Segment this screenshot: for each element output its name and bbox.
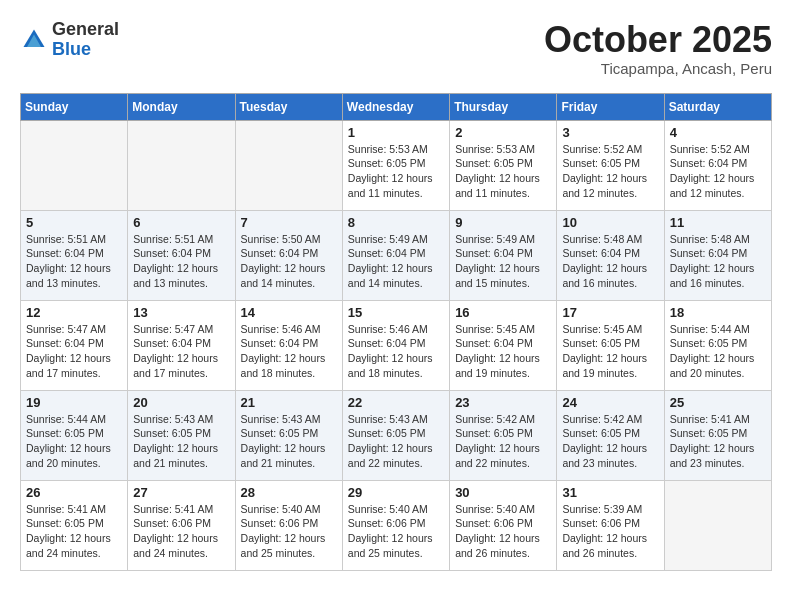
day-cell: 21Sunrise: 5:43 AM Sunset: 6:05 PM Dayli…: [235, 390, 342, 480]
day-number: 19: [26, 395, 122, 410]
day-cell: [128, 120, 235, 210]
day-number: 6: [133, 215, 229, 230]
logo-icon: [20, 26, 48, 54]
day-cell: 15Sunrise: 5:46 AM Sunset: 6:04 PM Dayli…: [342, 300, 449, 390]
day-cell: 24Sunrise: 5:42 AM Sunset: 6:05 PM Dayli…: [557, 390, 664, 480]
day-info: Sunrise: 5:39 AM Sunset: 6:06 PM Dayligh…: [562, 502, 658, 561]
logo-text: General Blue: [52, 20, 119, 60]
day-cell: 25Sunrise: 5:41 AM Sunset: 6:05 PM Dayli…: [664, 390, 771, 480]
day-cell: [664, 480, 771, 570]
week-row-1: 1Sunrise: 5:53 AM Sunset: 6:05 PM Daylig…: [21, 120, 772, 210]
day-info: Sunrise: 5:40 AM Sunset: 6:06 PM Dayligh…: [241, 502, 337, 561]
day-cell: 8Sunrise: 5:49 AM Sunset: 6:04 PM Daylig…: [342, 210, 449, 300]
day-info: Sunrise: 5:44 AM Sunset: 6:05 PM Dayligh…: [670, 322, 766, 381]
day-info: Sunrise: 5:40 AM Sunset: 6:06 PM Dayligh…: [455, 502, 551, 561]
col-header-thursday: Thursday: [450, 93, 557, 120]
day-info: Sunrise: 5:45 AM Sunset: 6:05 PM Dayligh…: [562, 322, 658, 381]
week-row-4: 19Sunrise: 5:44 AM Sunset: 6:05 PM Dayli…: [21, 390, 772, 480]
day-info: Sunrise: 5:41 AM Sunset: 6:05 PM Dayligh…: [670, 412, 766, 471]
day-info: Sunrise: 5:51 AM Sunset: 6:04 PM Dayligh…: [26, 232, 122, 291]
col-header-saturday: Saturday: [664, 93, 771, 120]
day-cell: 7Sunrise: 5:50 AM Sunset: 6:04 PM Daylig…: [235, 210, 342, 300]
logo-blue: Blue: [52, 39, 91, 59]
week-row-2: 5Sunrise: 5:51 AM Sunset: 6:04 PM Daylig…: [21, 210, 772, 300]
day-cell: 27Sunrise: 5:41 AM Sunset: 6:06 PM Dayli…: [128, 480, 235, 570]
day-info: Sunrise: 5:52 AM Sunset: 6:05 PM Dayligh…: [562, 142, 658, 201]
day-number: 14: [241, 305, 337, 320]
day-cell: 26Sunrise: 5:41 AM Sunset: 6:05 PM Dayli…: [21, 480, 128, 570]
day-info: Sunrise: 5:48 AM Sunset: 6:04 PM Dayligh…: [670, 232, 766, 291]
day-info: Sunrise: 5:50 AM Sunset: 6:04 PM Dayligh…: [241, 232, 337, 291]
day-info: Sunrise: 5:53 AM Sunset: 6:05 PM Dayligh…: [455, 142, 551, 201]
day-number: 11: [670, 215, 766, 230]
day-cell: 6Sunrise: 5:51 AM Sunset: 6:04 PM Daylig…: [128, 210, 235, 300]
day-number: 5: [26, 215, 122, 230]
day-number: 7: [241, 215, 337, 230]
day-number: 17: [562, 305, 658, 320]
col-header-friday: Friday: [557, 93, 664, 120]
day-number: 3: [562, 125, 658, 140]
day-number: 28: [241, 485, 337, 500]
day-number: 27: [133, 485, 229, 500]
day-cell: 31Sunrise: 5:39 AM Sunset: 6:06 PM Dayli…: [557, 480, 664, 570]
day-cell: 9Sunrise: 5:49 AM Sunset: 6:04 PM Daylig…: [450, 210, 557, 300]
header: General Blue October 2025 Ticapampa, Anc…: [20, 20, 772, 77]
day-number: 24: [562, 395, 658, 410]
day-info: Sunrise: 5:53 AM Sunset: 6:05 PM Dayligh…: [348, 142, 444, 201]
day-number: 1: [348, 125, 444, 140]
day-info: Sunrise: 5:46 AM Sunset: 6:04 PM Dayligh…: [241, 322, 337, 381]
day-info: Sunrise: 5:47 AM Sunset: 6:04 PM Dayligh…: [133, 322, 229, 381]
day-number: 10: [562, 215, 658, 230]
day-info: Sunrise: 5:49 AM Sunset: 6:04 PM Dayligh…: [455, 232, 551, 291]
day-number: 4: [670, 125, 766, 140]
day-cell: 16Sunrise: 5:45 AM Sunset: 6:04 PM Dayli…: [450, 300, 557, 390]
day-number: 21: [241, 395, 337, 410]
day-number: 2: [455, 125, 551, 140]
day-number: 31: [562, 485, 658, 500]
day-cell: 22Sunrise: 5:43 AM Sunset: 6:05 PM Dayli…: [342, 390, 449, 480]
day-info: Sunrise: 5:51 AM Sunset: 6:04 PM Dayligh…: [133, 232, 229, 291]
title-block: October 2025 Ticapampa, Ancash, Peru: [544, 20, 772, 77]
week-row-3: 12Sunrise: 5:47 AM Sunset: 6:04 PM Dayli…: [21, 300, 772, 390]
day-number: 16: [455, 305, 551, 320]
day-cell: 30Sunrise: 5:40 AM Sunset: 6:06 PM Dayli…: [450, 480, 557, 570]
day-number: 20: [133, 395, 229, 410]
day-cell: 4Sunrise: 5:52 AM Sunset: 6:04 PM Daylig…: [664, 120, 771, 210]
day-cell: 12Sunrise: 5:47 AM Sunset: 6:04 PM Dayli…: [21, 300, 128, 390]
day-cell: 18Sunrise: 5:44 AM Sunset: 6:05 PM Dayli…: [664, 300, 771, 390]
location: Ticapampa, Ancash, Peru: [544, 60, 772, 77]
day-info: Sunrise: 5:46 AM Sunset: 6:04 PM Dayligh…: [348, 322, 444, 381]
day-cell: 2Sunrise: 5:53 AM Sunset: 6:05 PM Daylig…: [450, 120, 557, 210]
day-number: 15: [348, 305, 444, 320]
day-info: Sunrise: 5:45 AM Sunset: 6:04 PM Dayligh…: [455, 322, 551, 381]
day-info: Sunrise: 5:43 AM Sunset: 6:05 PM Dayligh…: [348, 412, 444, 471]
day-number: 30: [455, 485, 551, 500]
day-info: Sunrise: 5:49 AM Sunset: 6:04 PM Dayligh…: [348, 232, 444, 291]
day-cell: 19Sunrise: 5:44 AM Sunset: 6:05 PM Dayli…: [21, 390, 128, 480]
day-info: Sunrise: 5:52 AM Sunset: 6:04 PM Dayligh…: [670, 142, 766, 201]
logo-general: General: [52, 19, 119, 39]
day-info: Sunrise: 5:48 AM Sunset: 6:04 PM Dayligh…: [562, 232, 658, 291]
day-cell: 5Sunrise: 5:51 AM Sunset: 6:04 PM Daylig…: [21, 210, 128, 300]
day-number: 26: [26, 485, 122, 500]
col-header-tuesday: Tuesday: [235, 93, 342, 120]
day-number: 18: [670, 305, 766, 320]
logo: General Blue: [20, 20, 119, 60]
day-cell: 1Sunrise: 5:53 AM Sunset: 6:05 PM Daylig…: [342, 120, 449, 210]
day-info: Sunrise: 5:43 AM Sunset: 6:05 PM Dayligh…: [241, 412, 337, 471]
day-cell: 23Sunrise: 5:42 AM Sunset: 6:05 PM Dayli…: [450, 390, 557, 480]
day-number: 29: [348, 485, 444, 500]
day-number: 8: [348, 215, 444, 230]
day-info: Sunrise: 5:47 AM Sunset: 6:04 PM Dayligh…: [26, 322, 122, 381]
day-cell: 28Sunrise: 5:40 AM Sunset: 6:06 PM Dayli…: [235, 480, 342, 570]
day-info: Sunrise: 5:41 AM Sunset: 6:05 PM Dayligh…: [26, 502, 122, 561]
day-cell: 14Sunrise: 5:46 AM Sunset: 6:04 PM Dayli…: [235, 300, 342, 390]
col-header-wednesday: Wednesday: [342, 93, 449, 120]
day-number: 12: [26, 305, 122, 320]
day-number: 13: [133, 305, 229, 320]
day-info: Sunrise: 5:42 AM Sunset: 6:05 PM Dayligh…: [455, 412, 551, 471]
day-number: 25: [670, 395, 766, 410]
day-cell: 20Sunrise: 5:43 AM Sunset: 6:05 PM Dayli…: [128, 390, 235, 480]
day-info: Sunrise: 5:44 AM Sunset: 6:05 PM Dayligh…: [26, 412, 122, 471]
day-number: 23: [455, 395, 551, 410]
